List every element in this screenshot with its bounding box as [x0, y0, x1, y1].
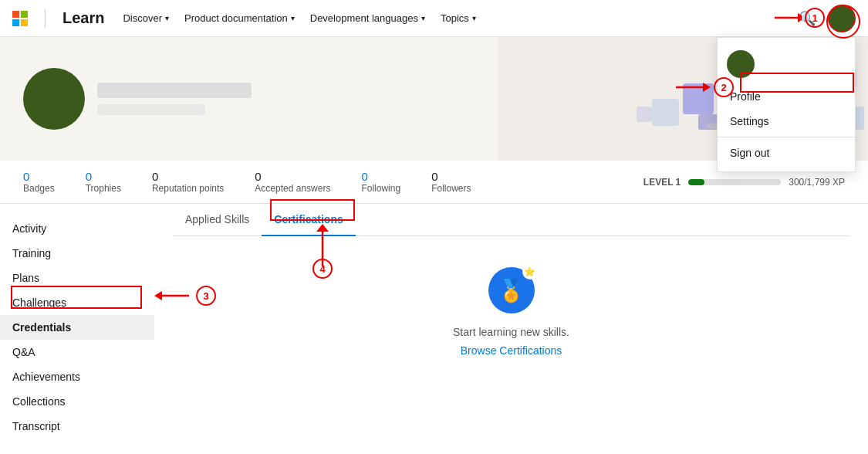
- browse-certifications-link[interactable]: Browse Certifications: [461, 344, 562, 357]
- nav-divider: [45, 9, 46, 28]
- stat-trophies: 0 Trophies: [86, 170, 121, 194]
- sidebar-item-training[interactable]: Training: [0, 241, 154, 266]
- stat-answers-value: 0: [255, 170, 261, 183]
- dropdown-settings[interactable]: Settings: [718, 109, 855, 134]
- stat-badges: 0 Badges: [23, 170, 55, 194]
- chevron-icon: ▾: [291, 14, 295, 22]
- cert-area: 🏅 ⭐ Start learning new skills. Browse Ce…: [173, 236, 849, 388]
- stat-badges-value: 0: [23, 170, 29, 183]
- nav-logo: Learn: [12, 9, 104, 28]
- nav-bar: Learn Discover ▾ Product documentation ▾…: [0, 0, 868, 37]
- stat-answers-label: Accepted answers: [255, 183, 330, 194]
- stat-trophies-value: 0: [86, 170, 92, 183]
- stat-trophies-label: Trophies: [86, 183, 121, 194]
- stat-following-label: Following: [361, 183, 400, 194]
- tab-applied-skills[interactable]: Applied Skills: [173, 204, 262, 236]
- progress-track: [688, 179, 781, 185]
- user-avatar[interactable]: [828, 5, 856, 32]
- content-area: Applied Skills Certifications 🏅 ⭐ Start …: [154, 204, 868, 454]
- chevron-icon: ▾: [165, 14, 169, 22]
- sidebar-item-achievements[interactable]: Achievements: [0, 364, 154, 389]
- stat-reputation-value: 0: [152, 170, 158, 183]
- nav-link-product-docs[interactable]: Product documentation ▾: [178, 9, 301, 27]
- nav-brand: Learn: [62, 9, 104, 27]
- svg-rect-13: [637, 107, 652, 122]
- dropdown-profile[interactable]: Profile: [718, 84, 855, 109]
- stat-followers-label: Followers: [431, 183, 471, 194]
- main-content: Activity Training Plans Challenges Crede…: [0, 204, 868, 454]
- chevron-icon: ▾: [472, 14, 476, 22]
- stat-reputation: 0 Reputation points: [152, 170, 224, 194]
- nav-links: Discover ▾ Product documentation ▾ Devel…: [117, 9, 481, 27]
- hero-sub-bar: [97, 104, 205, 115]
- sidebar-item-transcript[interactable]: Transcript: [0, 414, 154, 439]
- sidebar-item-credentials[interactable]: Credentials: [0, 315, 154, 340]
- award-icon: 🏅: [498, 278, 525, 303]
- svg-rect-1: [683, 83, 714, 114]
- stat-followers-value: 0: [431, 170, 437, 183]
- ms-logo: [12, 11, 28, 26]
- sidebar: Activity Training Plans Challenges Crede…: [0, 204, 154, 454]
- hero-avatar: [23, 68, 85, 130]
- tabs: Applied Skills Certifications: [173, 204, 849, 236]
- tab-certifications[interactable]: Certifications: [262, 204, 355, 236]
- sidebar-item-collections[interactable]: Collections: [0, 389, 154, 414]
- stat-following-value: 0: [361, 170, 367, 183]
- chevron-icon: ▾: [421, 14, 425, 22]
- stat-followers: 0 Followers: [431, 170, 471, 194]
- svg-rect-7: [652, 99, 679, 126]
- star-badge: ⭐: [522, 264, 538, 280]
- sidebar-item-plans[interactable]: Plans: [0, 266, 154, 290]
- nav-link-discover[interactable]: Discover ▾: [117, 9, 175, 27]
- xp-label: 300/1,799 XP: [789, 177, 845, 188]
- cert-message: Start learning new skills.: [453, 326, 569, 338]
- sidebar-item-activity[interactable]: Activity: [0, 216, 154, 241]
- stat-reputation-label: Reputation points: [152, 183, 224, 194]
- hero-name-bar: [97, 83, 252, 98]
- sidebar-item-challenges[interactable]: Challenges: [0, 290, 154, 315]
- progress-fill: [688, 179, 704, 185]
- nav-link-topics[interactable]: Topics ▾: [434, 9, 482, 27]
- dropdown-avatar: [727, 50, 755, 78]
- sidebar-item-qa[interactable]: Q&A: [0, 340, 154, 364]
- dropdown-avatar-row: [718, 44, 855, 84]
- stat-following: 0 Following: [361, 170, 400, 194]
- hero-name-area: [97, 83, 252, 115]
- user-dropdown: Profile Settings Sign out: [717, 37, 856, 172]
- level-label: LEVEL 1: [643, 177, 681, 188]
- stat-badges-label: Badges: [23, 183, 55, 194]
- stat-answers: 0 Accepted answers: [255, 170, 330, 194]
- level-bar: LEVEL 1 300/1,799 XP: [643, 177, 845, 188]
- dropdown-divider: [718, 137, 855, 137]
- search-icon[interactable]: 🔍: [792, 7, 822, 30]
- nav-link-dev-languages[interactable]: Development languages ▾: [304, 9, 431, 27]
- dropdown-signout[interactable]: Sign out: [718, 141, 855, 165]
- cert-icon: 🏅 ⭐: [488, 267, 535, 313]
